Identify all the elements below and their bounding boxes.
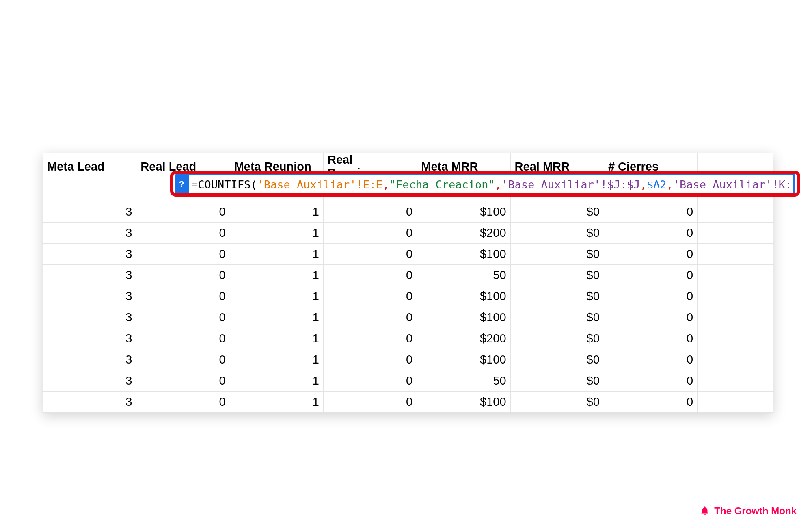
cell[interactable]: $0 (510, 201, 604, 223)
cell[interactable]: 0 (323, 370, 417, 392)
cell[interactable] (698, 349, 773, 370)
cell[interactable]: $0 (510, 392, 604, 413)
cell[interactable]: 1 (230, 286, 323, 307)
cell[interactable] (698, 286, 773, 307)
cell[interactable]: 3 (43, 201, 136, 223)
cell[interactable]: 3 (43, 392, 136, 413)
cell[interactable] (698, 328, 773, 349)
cell[interactable]: 0 (323, 328, 417, 349)
table-row[interactable]: 3010$200$00 (43, 223, 773, 244)
table-row[interactable]: 3010$200$00 (43, 328, 773, 349)
cell[interactable]: 1 (230, 244, 323, 265)
formula-range-2: 'Base Auxiliar'!$J:$J (501, 178, 640, 191)
cell[interactable]: 0 (136, 244, 230, 265)
cell[interactable]: $0 (510, 370, 604, 392)
cell[interactable]: 0 (136, 265, 230, 286)
cell[interactable]: 0 (604, 328, 697, 349)
cell[interactable] (698, 223, 773, 244)
cell[interactable]: 0 (604, 392, 697, 413)
cell[interactable]: 50 (417, 370, 510, 392)
cell[interactable]: 0 (604, 286, 697, 307)
cell[interactable]: 3 (43, 328, 136, 349)
table-row[interactable]: 301050$00 (43, 265, 773, 286)
cell[interactable]: 3 (43, 370, 136, 392)
cell[interactable]: 3 (43, 349, 136, 370)
cell[interactable]: 0 (323, 201, 417, 223)
cell[interactable]: $200 (417, 328, 510, 349)
formula-editor[interactable]: ? =COUNTIFS('Base Auxiliar'!E:E,"Fecha C… (175, 174, 795, 195)
cell[interactable]: 0 (323, 392, 417, 413)
cell[interactable]: 0 (136, 370, 230, 392)
cell[interactable] (698, 201, 773, 223)
cell[interactable]: 0 (323, 286, 417, 307)
cell[interactable]: 0 (604, 349, 697, 370)
cell[interactable]: $200 (417, 223, 510, 244)
cell[interactable]: $100 (417, 307, 510, 328)
cell[interactable]: $100 (417, 349, 510, 370)
formula-comma: , (495, 178, 501, 191)
formula-comma: , (382, 178, 389, 191)
bell-icon (700, 506, 710, 516)
cell[interactable] (43, 180, 136, 201)
cell[interactable]: $100 (417, 286, 510, 307)
cell[interactable]: 1 (230, 201, 323, 223)
cell[interactable] (698, 307, 773, 328)
cell[interactable]: 1 (230, 349, 323, 370)
cell[interactable]: $100 (417, 244, 510, 265)
cell[interactable]: 1 (230, 307, 323, 328)
cell[interactable]: $0 (510, 307, 604, 328)
cell[interactable]: 3 (43, 223, 136, 244)
cell[interactable] (698, 392, 773, 413)
cell[interactable]: $0 (510, 286, 604, 307)
cell[interactable]: 0 (136, 201, 230, 223)
cell[interactable]: 3 (43, 244, 136, 265)
spreadsheet[interactable]: Meta Lead Real Lead Meta Reunion Real Re… (43, 153, 773, 413)
cell[interactable]: 1 (230, 223, 323, 244)
cell[interactable]: 0 (323, 265, 417, 286)
cell[interactable]: 0 (136, 286, 230, 307)
cell[interactable]: 50 (417, 265, 510, 286)
formula-input[interactable]: =COUNTIFS('Base Auxiliar'!E:E,"Fecha Cre… (188, 174, 795, 195)
table-row[interactable]: 3010$100$00 (43, 286, 773, 307)
cell[interactable]: 1 (230, 265, 323, 286)
cell[interactable]: 0 (136, 223, 230, 244)
cell[interactable]: $0 (510, 265, 604, 286)
cell[interactable]: 0 (323, 244, 417, 265)
cell[interactable]: 0 (323, 349, 417, 370)
cell[interactable] (698, 265, 773, 286)
table-row[interactable]: 3010$100$00 (43, 307, 773, 328)
cell[interactable]: 0 (604, 307, 697, 328)
cell[interactable]: $100 (417, 201, 510, 223)
cell[interactable]: 3 (43, 307, 136, 328)
cell[interactable] (698, 370, 773, 392)
table-row[interactable]: 3010$100$00 (43, 392, 773, 413)
cell[interactable]: 0 (604, 201, 697, 223)
table-row[interactable]: 301050$00 (43, 370, 773, 392)
cell[interactable]: 1 (230, 392, 323, 413)
cell[interactable]: 0 (136, 307, 230, 328)
cell[interactable]: 0 (604, 265, 697, 286)
cell[interactable]: 0 (604, 370, 697, 392)
cell[interactable] (698, 244, 773, 265)
table-row[interactable]: 3010$100$00 (43, 201, 773, 223)
col-meta-lead[interactable]: Meta Lead (43, 153, 136, 180)
table-row[interactable]: 3010$100$00 (43, 244, 773, 265)
cell[interactable]: $0 (510, 244, 604, 265)
cell[interactable]: $0 (510, 328, 604, 349)
cell[interactable]: $0 (510, 223, 604, 244)
cell[interactable]: 0 (136, 349, 230, 370)
cell[interactable]: 0 (136, 392, 230, 413)
cell[interactable]: 0 (604, 244, 697, 265)
formula-help-icon[interactable]: ? (175, 174, 188, 195)
cell[interactable]: 0 (604, 223, 697, 244)
table-row[interactable]: 3010$100$00 (43, 349, 773, 370)
cell[interactable]: 1 (230, 370, 323, 392)
cell[interactable]: 0 (136, 328, 230, 349)
cell[interactable]: 0 (323, 307, 417, 328)
cell[interactable]: 0 (323, 223, 417, 244)
cell[interactable]: 3 (43, 265, 136, 286)
cell[interactable]: $0 (510, 349, 604, 370)
cell[interactable]: 3 (43, 286, 136, 307)
cell[interactable]: 1 (230, 328, 323, 349)
cell[interactable]: $100 (417, 392, 510, 413)
